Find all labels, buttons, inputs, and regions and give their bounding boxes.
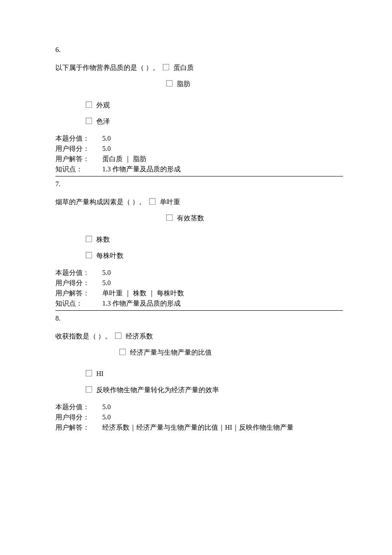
meta-value: 5.0 — [102, 133, 343, 144]
question-block: 7. 烟草的产量构成因素是（ ）。 单叶重 有效茎数 株数 每株叶数 本题分值：… — [55, 179, 343, 311]
question-stem: 以下属于作物营养品质的是（ ）。 — [55, 63, 159, 73]
checkbox-icon[interactable] — [86, 386, 92, 393]
checkbox-icon[interactable] — [166, 80, 173, 87]
meta-value: 5.0 — [102, 268, 343, 278]
option-text: 有效茎数 — [177, 213, 204, 223]
meta-label: 用户解答： — [55, 422, 102, 433]
meta-row-user-score: 用户得分： 5.0 — [55, 412, 343, 422]
meta-value: 5.0 — [102, 278, 343, 288]
option-item: 株数 — [55, 234, 343, 245]
meta-row-user-score: 用户得分： 5.0 — [55, 144, 343, 154]
option-text: HI — [96, 369, 104, 379]
option-item: 反映作物生物产量转化为经济产量的效率 — [55, 385, 343, 395]
option-text: 经济产量与生物产量的比值 — [130, 347, 212, 358]
meta-row-knowledge: 知识点： 1.3 作物产量及品质的形成 — [55, 164, 343, 174]
meta-value: 单叶重 ｜ 株数 ｜ 每株叶数 — [102, 288, 343, 298]
option-text: 外观 — [96, 100, 110, 110]
meta-block: 本题分值： 5.0 用户得分： 5.0 用户解答： 单叶重 ｜ 株数 ｜ 每株叶… — [55, 268, 343, 309]
meta-label: 知识点： — [55, 164, 102, 174]
checkbox-icon[interactable] — [86, 101, 92, 108]
meta-label: 用户得分： — [55, 412, 102, 422]
separator — [55, 310, 343, 311]
meta-label: 用户得分： — [55, 144, 102, 154]
question-stem-row: 烟草的产量构成因素是（ ）。 单叶重 — [55, 197, 343, 207]
separator — [55, 176, 343, 176]
question-block: 8. 收获指数是（ ）。 经济系数 经济产量与生物产量的比值 HI 反映作物生物… — [55, 313, 343, 433]
option-item: 外观 — [55, 100, 343, 110]
checkbox-icon[interactable] — [86, 370, 92, 376]
checkbox-icon[interactable] — [163, 64, 169, 70]
option-text: 蛋白质 — [173, 63, 194, 73]
meta-value: 5.0 — [102, 412, 343, 422]
question-number: 6. — [55, 45, 343, 55]
option-item: 经济产量与生物产量的比值 — [55, 347, 343, 358]
meta-row-score: 本题分值： 5.0 — [55, 268, 343, 278]
option-item: 经济系数 — [115, 331, 153, 341]
meta-row-answer: 用户解答： 蛋白质 ｜ 脂肪 — [55, 154, 343, 164]
checkbox-icon[interactable] — [149, 198, 156, 205]
meta-label: 本题分值： — [55, 402, 102, 412]
meta-row-score: 本题分值： 5.0 — [55, 402, 343, 412]
question-number: 8. — [55, 313, 343, 324]
meta-block: 本题分值： 5.0 用户得分： 5.0 用户解答： 经济系数｜经济产量与生物产量… — [55, 402, 343, 433]
option-text: 每株叶数 — [96, 251, 124, 261]
question-stem-row: 以下属于作物营养品质的是（ ）。 蛋白质 — [55, 63, 343, 73]
option-text: 色泽 — [96, 116, 110, 127]
question-stem-row: 收获指数是（ ）。 经济系数 — [55, 331, 343, 341]
option-text: 反映作物生物产量转化为经济产量的效率 — [96, 385, 219, 395]
meta-block: 本题分值： 5.0 用户得分： 5.0 用户解答： 蛋白质 ｜ 脂肪 知识点： … — [55, 133, 343, 174]
question-number: 7. — [55, 179, 343, 189]
option-item: 有效茎数 — [55, 213, 343, 223]
question-stem: 烟草的产量构成因素是（ ）。 — [55, 197, 146, 207]
question-stem: 收获指数是（ ）。 — [55, 331, 112, 341]
checkbox-icon[interactable] — [86, 118, 92, 124]
meta-value: 1.3 作物产量及品质的形成 — [102, 298, 343, 309]
page-container: 6. 以下属于作物营养品质的是（ ）。 蛋白质 脂肪 外观 色泽 本题分值： 5… — [0, 0, 392, 452]
option-item: 脂肪 — [55, 79, 343, 89]
meta-value: 5.0 — [102, 402, 343, 412]
checkbox-icon[interactable] — [119, 349, 126, 355]
meta-label: 知识点： — [55, 298, 102, 309]
checkbox-icon[interactable] — [166, 214, 173, 221]
meta-value: 1.3 作物产量及品质的形成 — [102, 164, 343, 174]
option-text: 经济系数 — [126, 331, 153, 341]
checkbox-icon[interactable] — [86, 252, 92, 258]
option-text: 单叶重 — [160, 197, 180, 207]
meta-row-user-score: 用户得分： 5.0 — [55, 278, 343, 288]
meta-row-answer: 用户解答： 经济系数｜经济产量与生物产量的比值｜HI｜反映作物生物产量 — [55, 422, 343, 433]
meta-row-knowledge: 知识点： 1.3 作物产量及品质的形成 — [55, 298, 343, 309]
meta-row-score: 本题分值： 5.0 — [55, 133, 343, 144]
meta-label: 用户解答： — [55, 154, 102, 164]
meta-value: 5.0 — [102, 144, 343, 154]
question-block: 6. 以下属于作物营养品质的是（ ）。 蛋白质 脂肪 外观 色泽 本题分值： 5… — [55, 45, 343, 176]
meta-label: 用户解答： — [55, 288, 102, 298]
checkbox-icon[interactable] — [115, 332, 121, 339]
checkbox-icon[interactable] — [86, 236, 92, 242]
option-item: HI — [55, 369, 343, 379]
option-item: 蛋白质 — [163, 63, 194, 73]
option-item: 色泽 — [55, 116, 343, 127]
option-text: 脂肪 — [177, 79, 190, 89]
meta-label: 本题分值： — [55, 133, 102, 144]
meta-row-answer: 用户解答： 单叶重 ｜ 株数 ｜ 每株叶数 — [55, 288, 343, 298]
option-item: 单叶重 — [149, 197, 180, 207]
meta-value: 蛋白质 ｜ 脂肪 — [102, 154, 343, 164]
meta-label: 本题分值： — [55, 268, 102, 278]
option-text: 株数 — [96, 234, 110, 245]
meta-value: 经济系数｜经济产量与生物产量的比值｜HI｜反映作物生物产量 — [102, 422, 343, 433]
meta-label: 用户得分： — [55, 278, 102, 288]
option-item: 每株叶数 — [55, 251, 343, 261]
